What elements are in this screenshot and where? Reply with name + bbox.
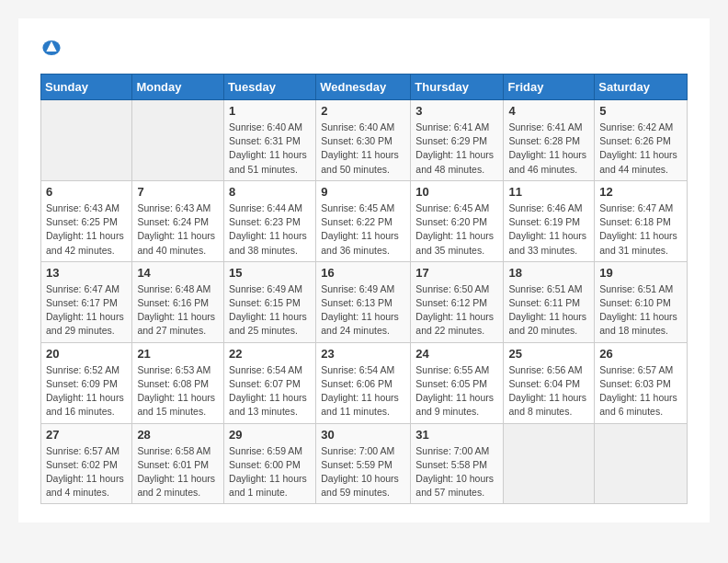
day-info: Sunrise: 7:00 AM Sunset: 5:58 PM Dayligh… xyxy=(415,444,498,500)
day-number: 1 xyxy=(229,104,311,118)
table-cell: 6Sunrise: 6:43 AM Sunset: 6:25 PM Daylig… xyxy=(41,180,132,261)
day-number: 22 xyxy=(229,347,311,361)
day-number: 8 xyxy=(229,185,311,199)
table-cell: 5Sunrise: 6:42 AM Sunset: 6:26 PM Daylig… xyxy=(595,100,688,181)
day-info: Sunrise: 6:41 AM Sunset: 6:29 PM Dayligh… xyxy=(415,121,498,177)
day-info: Sunrise: 6:41 AM Sunset: 6:28 PM Dayligh… xyxy=(508,121,589,177)
table-cell: 24Sunrise: 6:55 AM Sunset: 6:05 PM Dayli… xyxy=(411,342,504,423)
calendar-header: SundayMondayTuesdayWednesdayThursdayFrid… xyxy=(41,75,688,100)
day-info: Sunrise: 6:48 AM Sunset: 6:16 PM Dayligh… xyxy=(137,282,219,339)
day-info: Sunrise: 6:51 AM Sunset: 6:11 PM Dayligh… xyxy=(508,282,589,339)
day-info: Sunrise: 6:42 AM Sunset: 6:26 PM Dayligh… xyxy=(599,121,682,177)
day-info: Sunrise: 6:55 AM Sunset: 6:05 PM Dayligh… xyxy=(415,363,498,419)
day-info: Sunrise: 6:46 AM Sunset: 6:19 PM Dayligh… xyxy=(508,201,589,258)
day-info: Sunrise: 6:53 AM Sunset: 6:08 PM Dayligh… xyxy=(137,363,219,419)
day-number: 28 xyxy=(137,428,219,442)
day-number: 5 xyxy=(599,104,682,118)
day-info: Sunrise: 6:40 AM Sunset: 6:31 PM Dayligh… xyxy=(229,121,311,177)
table-cell xyxy=(504,423,595,504)
day-number: 3 xyxy=(415,104,498,118)
table-cell: 8Sunrise: 6:44 AM Sunset: 6:23 PM Daylig… xyxy=(224,180,316,261)
day-number: 6 xyxy=(46,185,127,199)
day-info: Sunrise: 7:00 AM Sunset: 5:59 PM Dayligh… xyxy=(321,444,405,500)
day-info: Sunrise: 6:49 AM Sunset: 6:15 PM Dayligh… xyxy=(229,282,311,339)
day-number: 27 xyxy=(46,428,127,442)
day-number: 30 xyxy=(321,428,405,442)
day-info: Sunrise: 6:52 AM Sunset: 6:09 PM Dayligh… xyxy=(46,363,127,419)
table-cell xyxy=(132,100,224,181)
table-cell: 11Sunrise: 6:46 AM Sunset: 6:19 PM Dayli… xyxy=(504,180,595,261)
day-number: 11 xyxy=(508,185,589,199)
calendar-container: SundayMondayTuesdayWednesdayThursdayFrid… xyxy=(18,18,710,523)
header xyxy=(40,37,688,59)
table-cell: 13Sunrise: 6:47 AM Sunset: 6:17 PM Dayli… xyxy=(41,261,132,342)
day-info: Sunrise: 6:49 AM Sunset: 6:13 PM Dayligh… xyxy=(321,282,405,339)
day-number: 24 xyxy=(415,347,498,361)
day-info: Sunrise: 6:58 AM Sunset: 6:01 PM Dayligh… xyxy=(137,444,219,500)
day-number: 2 xyxy=(321,104,405,118)
day-info: Sunrise: 6:40 AM Sunset: 6:30 PM Dayligh… xyxy=(321,121,405,177)
day-number: 7 xyxy=(137,185,219,199)
table-cell: 14Sunrise: 6:48 AM Sunset: 6:16 PM Dayli… xyxy=(132,261,224,342)
week-row-4: 20Sunrise: 6:52 AM Sunset: 6:09 PM Dayli… xyxy=(41,342,688,423)
day-number: 15 xyxy=(229,266,311,280)
day-info: Sunrise: 6:50 AM Sunset: 6:12 PM Dayligh… xyxy=(415,282,498,339)
table-cell: 21Sunrise: 6:53 AM Sunset: 6:08 PM Dayli… xyxy=(132,342,224,423)
week-row-5: 27Sunrise: 6:57 AM Sunset: 6:02 PM Dayli… xyxy=(41,423,688,504)
day-info: Sunrise: 6:54 AM Sunset: 6:06 PM Dayligh… xyxy=(321,363,405,419)
table-cell: 25Sunrise: 6:56 AM Sunset: 6:04 PM Dayli… xyxy=(504,342,595,423)
day-number: 9 xyxy=(321,185,405,199)
weekday-saturday: Saturday xyxy=(595,75,688,100)
table-cell: 17Sunrise: 6:50 AM Sunset: 6:12 PM Dayli… xyxy=(411,261,504,342)
day-number: 25 xyxy=(508,347,589,361)
day-number: 17 xyxy=(415,266,498,280)
day-info: Sunrise: 6:43 AM Sunset: 6:25 PM Dayligh… xyxy=(46,201,127,258)
weekday-tuesday: Tuesday xyxy=(224,75,316,100)
table-cell: 29Sunrise: 6:59 AM Sunset: 6:00 PM Dayli… xyxy=(224,423,316,504)
table-cell: 16Sunrise: 6:49 AM Sunset: 6:13 PM Dayli… xyxy=(316,261,411,342)
table-cell: 26Sunrise: 6:57 AM Sunset: 6:03 PM Dayli… xyxy=(595,342,688,423)
day-number: 4 xyxy=(508,104,589,118)
day-number: 23 xyxy=(321,347,405,361)
weekday-thursday: Thursday xyxy=(411,75,504,100)
day-number: 13 xyxy=(46,266,127,280)
day-number: 21 xyxy=(137,347,219,361)
table-cell: 28Sunrise: 6:58 AM Sunset: 6:01 PM Dayli… xyxy=(132,423,224,504)
day-number: 12 xyxy=(599,185,682,199)
table-cell: 10Sunrise: 6:45 AM Sunset: 6:20 PM Dayli… xyxy=(411,180,504,261)
day-number: 31 xyxy=(415,428,498,442)
table-cell xyxy=(595,423,688,504)
week-row-1: 1Sunrise: 6:40 AM Sunset: 6:31 PM Daylig… xyxy=(41,100,688,181)
logo xyxy=(40,37,66,59)
day-number: 14 xyxy=(137,266,219,280)
day-info: Sunrise: 6:51 AM Sunset: 6:10 PM Dayligh… xyxy=(599,282,682,339)
table-cell: 9Sunrise: 6:45 AM Sunset: 6:22 PM Daylig… xyxy=(316,180,411,261)
table-cell: 19Sunrise: 6:51 AM Sunset: 6:10 PM Dayli… xyxy=(595,261,688,342)
day-info: Sunrise: 6:47 AM Sunset: 6:18 PM Dayligh… xyxy=(599,201,682,258)
day-info: Sunrise: 6:56 AM Sunset: 6:04 PM Dayligh… xyxy=(508,363,589,419)
day-number: 20 xyxy=(46,347,127,361)
day-info: Sunrise: 6:43 AM Sunset: 6:24 PM Dayligh… xyxy=(137,201,219,258)
calendar-body: 1Sunrise: 6:40 AM Sunset: 6:31 PM Daylig… xyxy=(41,100,688,504)
week-row-3: 13Sunrise: 6:47 AM Sunset: 6:17 PM Dayli… xyxy=(41,261,688,342)
logo-icon xyxy=(40,37,63,59)
day-info: Sunrise: 6:59 AM Sunset: 6:00 PM Dayligh… xyxy=(229,444,311,500)
day-info: Sunrise: 6:57 AM Sunset: 6:03 PM Dayligh… xyxy=(599,363,682,419)
day-info: Sunrise: 6:45 AM Sunset: 6:20 PM Dayligh… xyxy=(415,201,498,258)
day-number: 29 xyxy=(229,428,311,442)
table-cell: 22Sunrise: 6:54 AM Sunset: 6:07 PM Dayli… xyxy=(224,342,316,423)
day-info: Sunrise: 6:45 AM Sunset: 6:22 PM Dayligh… xyxy=(321,201,405,258)
week-row-2: 6Sunrise: 6:43 AM Sunset: 6:25 PM Daylig… xyxy=(41,180,688,261)
calendar-table: SundayMondayTuesdayWednesdayThursdayFrid… xyxy=(40,74,688,504)
weekday-monday: Monday xyxy=(132,75,224,100)
weekday-header-row: SundayMondayTuesdayWednesdayThursdayFrid… xyxy=(41,75,688,100)
table-cell: 12Sunrise: 6:47 AM Sunset: 6:18 PM Dayli… xyxy=(595,180,688,261)
table-cell: 4Sunrise: 6:41 AM Sunset: 6:28 PM Daylig… xyxy=(504,100,595,181)
table-cell: 7Sunrise: 6:43 AM Sunset: 6:24 PM Daylig… xyxy=(132,180,224,261)
table-cell: 23Sunrise: 6:54 AM Sunset: 6:06 PM Dayli… xyxy=(316,342,411,423)
table-cell xyxy=(41,100,132,181)
table-cell: 2Sunrise: 6:40 AM Sunset: 6:30 PM Daylig… xyxy=(316,100,411,181)
table-cell: 30Sunrise: 7:00 AM Sunset: 5:59 PM Dayli… xyxy=(316,423,411,504)
day-number: 19 xyxy=(599,266,682,280)
weekday-wednesday: Wednesday xyxy=(316,75,411,100)
